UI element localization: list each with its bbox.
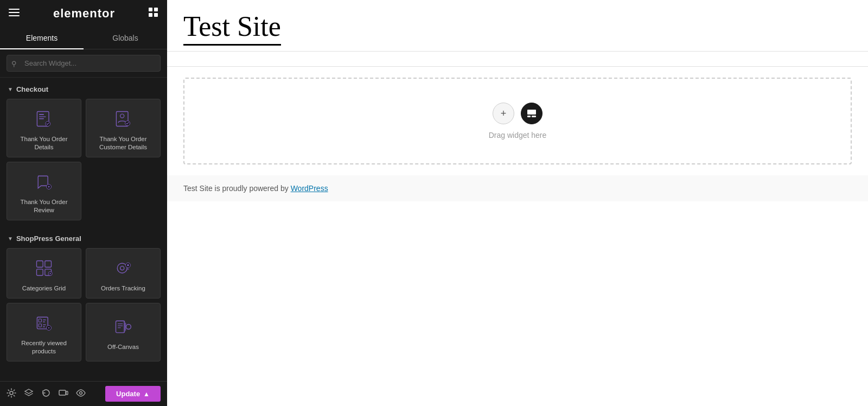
eye-icon[interactable] <box>76 388 86 400</box>
svg-rect-49 <box>66 391 68 395</box>
search-input[interactable] <box>7 55 161 72</box>
chevron-down-icon: ▼ <box>8 236 13 242</box>
widget-recently-viewed-products[interactable]: Recently viewed products <box>7 303 81 361</box>
svg-rect-33 <box>43 319 46 320</box>
svg-rect-51 <box>527 110 536 115</box>
footer-text: Test Site is proudly powered by WordPres… <box>183 184 852 193</box>
widget-icon <box>111 256 135 280</box>
elementor-logo: elementor <box>53 7 115 21</box>
canvas-inner: Test Site + Drag widget here <box>167 0 868 406</box>
tab-elements[interactable]: Elements <box>0 27 84 49</box>
svg-rect-35 <box>43 324 46 325</box>
sidebar-tabs: Elements Globals <box>0 27 167 49</box>
svg-rect-9 <box>39 117 46 117</box>
svg-rect-2 <box>9 15 20 16</box>
bottom-icons <box>7 388 86 400</box>
site-nav-area <box>167 52 868 67</box>
svg-rect-31 <box>39 319 41 321</box>
svg-rect-52 <box>527 116 531 117</box>
drop-zone[interactable]: + Drag widget here <box>183 78 852 164</box>
wordpress-link[interactable]: WordPress <box>291 184 328 193</box>
tab-globals[interactable]: Globals <box>84 27 167 49</box>
svg-rect-53 <box>532 116 536 117</box>
checkout-widgets: Thank You Order Details Thank You Order <box>0 99 167 227</box>
settings-icon[interactable] <box>7 388 16 400</box>
svg-point-47 <box>10 391 13 395</box>
widget-icon <box>32 107 56 131</box>
svg-rect-20 <box>37 269 43 276</box>
main-canvas: Test Site + Drag widget here <box>167 0 868 406</box>
responsive-icon[interactable] <box>59 388 68 400</box>
svg-rect-18 <box>37 261 43 267</box>
history-icon[interactable] <box>41 388 51 400</box>
svg-rect-1 <box>9 12 20 13</box>
svg-rect-19 <box>45 261 52 267</box>
widget-thank-you-order-details[interactable]: Thank You Order Details <box>7 99 81 157</box>
svg-rect-6 <box>154 13 158 17</box>
widget-icon <box>32 256 56 280</box>
site-title: Test Site <box>183 11 281 46</box>
hamburger-icon[interactable] <box>9 7 20 20</box>
section-checkout[interactable]: ▼ Checkout <box>0 78 167 99</box>
svg-rect-8 <box>39 114 44 115</box>
add-template-button[interactable] <box>521 103 542 124</box>
update-button[interactable]: Update ▲ <box>105 386 161 402</box>
widget-icon <box>111 107 135 131</box>
widget-orders-tracking[interactable]: Orders Tracking <box>86 248 161 299</box>
search-area: ⚲ <box>0 49 167 78</box>
section-shoppress-general[interactable]: ▼ ShopPress General <box>0 227 167 248</box>
add-widget-button[interactable]: + <box>493 103 514 124</box>
svg-rect-46 <box>125 323 126 331</box>
search-icon: ⚲ <box>11 59 17 67</box>
sidebar-header: elementor <box>0 0 167 27</box>
chevron-down-icon: ▼ <box>8 86 13 92</box>
widget-thank-you-order-review[interactable]: Thank You Order Review <box>7 162 81 220</box>
svg-point-26 <box>120 266 124 270</box>
widget-icon <box>111 315 135 339</box>
svg-point-28 <box>127 264 129 267</box>
svg-rect-10 <box>39 118 44 119</box>
svg-point-13 <box>120 114 124 118</box>
svg-rect-0 <box>9 9 20 10</box>
site-header-area: Test Site <box>167 0 868 52</box>
svg-rect-41 <box>123 321 124 333</box>
svg-rect-48 <box>59 390 66 395</box>
svg-rect-5 <box>149 13 152 17</box>
widget-icon <box>32 170 56 194</box>
widget-icon <box>32 311 56 335</box>
sidebar-bottom-toolbar: Update ▲ <box>0 381 167 406</box>
widget-thank-you-order-customer-details[interactable]: Thank You Order Customer Details <box>86 99 161 157</box>
svg-rect-3 <box>149 8 152 11</box>
drop-zone-icons: + <box>493 103 542 124</box>
svg-rect-4 <box>154 8 158 11</box>
svg-point-42 <box>126 325 131 329</box>
layers-icon[interactable] <box>24 388 34 400</box>
shoppress-widgets: Categories Grid Orders Tracking <box>0 248 167 368</box>
sidebar: elementor Elements Globals ⚲ <box>0 0 167 406</box>
widget-off-canvas[interactable]: Off-Canvas <box>86 303 161 361</box>
svg-rect-36 <box>43 326 45 327</box>
svg-point-50 <box>80 391 82 394</box>
chevron-up-icon: ▲ <box>143 390 150 398</box>
drop-zone-text: Drag widget here <box>489 131 547 139</box>
grid-icon[interactable] <box>149 8 158 20</box>
svg-rect-32 <box>39 323 41 326</box>
widget-categories-grid[interactable]: Categories Grid <box>7 248 81 299</box>
svg-rect-34 <box>43 321 45 322</box>
sidebar-content: ▼ Checkout <box>0 78 167 406</box>
site-footer-area: Test Site is proudly powered by WordPres… <box>167 175 868 201</box>
